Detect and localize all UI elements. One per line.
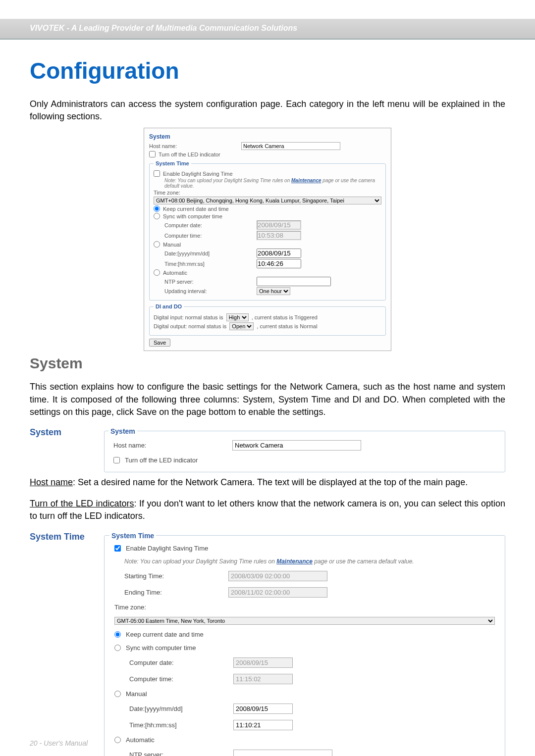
system-sub-heading: System: [30, 427, 94, 438]
p1-led-label: Turn off the LED indicator: [125, 456, 198, 464]
p1-hostname-label: Host name:: [113, 442, 227, 449]
di-text-b: , current status is Triggered: [252, 314, 318, 320]
p2-ntp-input[interactable]: [233, 750, 332, 756]
hostname-desc: Host name: Set a desired name for the Ne…: [30, 476, 505, 489]
p1-hostname-input[interactable]: [232, 440, 361, 451]
led-checkbox[interactable]: [149, 151, 156, 157]
auto-radio[interactable]: [154, 269, 160, 276]
p2-sync-radio[interactable]: [114, 645, 121, 651]
p2-ctime-label: Computer time:: [129, 675, 228, 683]
p2-mtime-input[interactable]: [233, 720, 293, 730]
page-title: Configuration: [30, 57, 505, 84]
upd-select[interactable]: One hour: [257, 287, 290, 295]
mdate-input[interactable]: [257, 249, 301, 258]
p2-end-label: Ending Time:: [124, 589, 223, 596]
sync-label: Sync with computer time: [163, 213, 222, 219]
keep-label: Keep current date and time: [163, 206, 229, 212]
intro-text: Only Administrators can access the syste…: [30, 98, 505, 123]
p2-manual-radio[interactable]: [114, 691, 121, 697]
systime-panel: System Time Enable Daylight Saving Time …: [104, 532, 505, 756]
led-desc: Turn of the LED indicators: If you don't…: [30, 498, 505, 522]
system-panel-title: System: [108, 427, 137, 435]
do-text-b: , current status is Normal: [257, 323, 317, 329]
manual-label: Manual: [163, 242, 181, 248]
system-time-fieldset: System Time Enable Daylight Saving Time …: [149, 160, 386, 301]
p2-start-label: Starting Time:: [124, 572, 223, 580]
systime-sub-heading: System Time: [30, 532, 94, 542]
p2-tz-select[interactable]: GMT-05:00 Eastern Time, New York, Toront…: [114, 617, 495, 625]
mdate-label: Date:[yyyy/mm/dd]: [164, 251, 254, 256]
led-title-und: Turn of the LED indicators: [30, 499, 134, 508]
dst-checkbox[interactable]: [154, 170, 160, 177]
system-heading: System: [30, 355, 505, 372]
manual-radio[interactable]: [154, 241, 160, 248]
p2-auto-radio[interactable]: [114, 737, 121, 743]
dst-label: Enable Daylight Saving Time: [163, 171, 233, 177]
p2-tz-label: Time zone:: [114, 604, 146, 611]
hostname-label: Host name:: [149, 143, 238, 149]
tz-select[interactable]: GMT+08:00 Beijing, Chongqing, Hong Kong,…: [154, 197, 381, 204]
p2-auto-label: Automatic: [126, 736, 155, 744]
di-select[interactable]: High: [226, 313, 249, 321]
led-label: Turn off the LED indicator: [159, 151, 220, 157]
ctime-input: [257, 231, 301, 240]
maintenance-link[interactable]: Maintenance: [291, 178, 321, 183]
p2-mdate-label: Date:[yyyy/mm/dd]: [129, 705, 228, 712]
p2-maintenance-link[interactable]: Maintenance: [276, 558, 313, 565]
p2-sync-label: Sync with computer time: [126, 644, 196, 652]
dst-note: Note: You can upload your Daylight Savin…: [154, 178, 381, 189]
p2-keep-label: Keep current date and time: [126, 631, 204, 638]
p2-mtime-label: Time:[hh:mm:ss]: [129, 721, 228, 729]
system-body: This section explains how to configure t…: [30, 381, 505, 418]
do-text-a: Digital output: normal status is: [154, 323, 226, 329]
dido-fieldset: DI and DO Digital input: normal status i…: [149, 303, 386, 336]
p2-dst-note-a: Note: You can upload your Daylight Savin…: [124, 558, 276, 565]
page-footer: 20 - User's Manual: [30, 739, 88, 747]
mtime-label: Time:[hh:mm:ss]: [164, 261, 254, 267]
p2-manual-label: Manual: [126, 690, 147, 698]
p2-ctime-input: [233, 674, 293, 684]
tz-label: Time zone:: [154, 190, 180, 196]
p1-led-checkbox[interactable]: [113, 457, 120, 463]
keep-radio[interactable]: [154, 205, 160, 212]
do-select[interactable]: Open: [229, 322, 254, 330]
p2-mdate-input[interactable]: [233, 704, 293, 714]
p2-ntp-label: NTP server:: [129, 751, 228, 756]
cdate-label: Computer date:: [164, 222, 254, 228]
dido-legend: DI and DO: [154, 303, 184, 309]
system-heading: System: [149, 133, 386, 140]
sync-radio[interactable]: [154, 213, 160, 219]
mtime-input[interactable]: [257, 259, 301, 268]
hostname-title-und: Host name: [30, 477, 73, 487]
auto-label: Automatic: [163, 270, 187, 276]
p2-dst-checkbox[interactable]: [114, 545, 121, 552]
p2-dst-label: Enable Daylight Saving Time: [126, 545, 208, 552]
di-text-a: Digital input: normal status is: [154, 314, 223, 320]
ntp-label: NTP server:: [164, 279, 254, 285]
p2-dst-note-b: page or use the camera default value.: [313, 558, 414, 565]
p2-keep-radio[interactable]: [114, 631, 121, 638]
config-screenshot-1: System Host name: Turn off the LED indic…: [144, 128, 391, 351]
p2-cdate-label: Computer date:: [129, 659, 228, 666]
p2-start-input: [228, 571, 327, 581]
cdate-input: [257, 220, 301, 230]
p2-cdate-input: [233, 657, 293, 668]
p2-end-input: [228, 587, 327, 598]
save-button[interactable]: Save: [149, 339, 170, 347]
systime-panel-title: System Time: [109, 532, 156, 540]
system-panel: System Host name: Turn off the LED indic…: [104, 427, 505, 472]
ctime-label: Computer time:: [164, 233, 254, 239]
hostname-input[interactable]: [241, 142, 340, 150]
system-time-legend: System Time: [154, 160, 191, 166]
ntp-input[interactable]: [257, 277, 331, 286]
upd-label: Updating interval:: [164, 288, 254, 294]
